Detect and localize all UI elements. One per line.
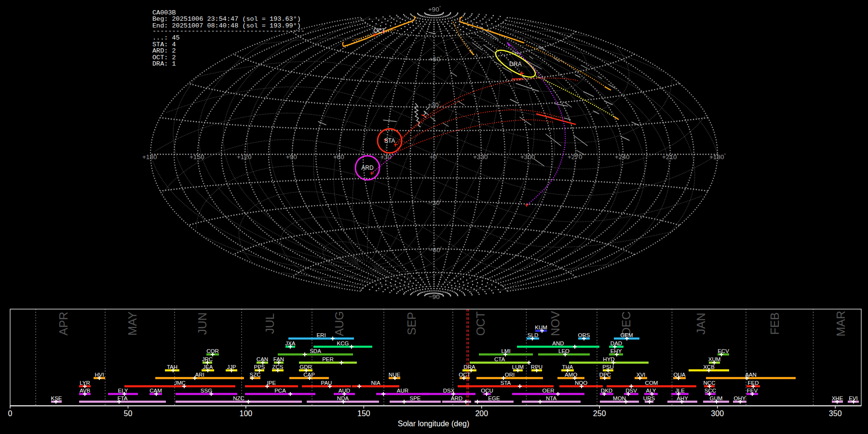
svg-text:PER: PER	[322, 356, 334, 362]
svg-text:DPC: DPC	[599, 372, 611, 378]
svg-text:−60°: −60°	[429, 246, 442, 254]
svg-text:TAH: TAH	[167, 364, 177, 370]
svg-text:ARD: ARD	[361, 164, 374, 171]
svg-text:OER: OER	[542, 388, 555, 393]
svg-text:150: 150	[357, 409, 370, 418]
svg-text:+90°: +90°	[428, 5, 441, 13]
svg-text:OCU: OCU	[481, 388, 493, 393]
svg-text:DSX: DSX	[443, 388, 455, 393]
svg-text:100: 100	[240, 409, 253, 418]
svg-text:KSE: KSE	[51, 395, 62, 401]
svg-text:DRA: DRA	[509, 61, 521, 68]
svg-text:JLE: JLE	[675, 388, 685, 393]
svg-text:−90°: −90°	[429, 293, 442, 300]
svg-text:−30°: −30°	[429, 199, 442, 206]
svg-text:SPE: SPE	[409, 395, 420, 401]
svg-text:IPE: IPE	[267, 380, 276, 386]
svg-text:FEB: FEB	[768, 312, 781, 335]
svg-text:DAD: DAD	[610, 340, 622, 346]
svg-text:MAR: MAR	[834, 311, 847, 336]
svg-text:NOO: NOO	[575, 380, 587, 386]
svg-text:GDR: GDR	[299, 364, 312, 370]
svg-text:DKD: DKD	[601, 388, 612, 393]
svg-text:+240°: +240°	[615, 153, 631, 161]
svg-text:OCT: OCT	[474, 311, 487, 336]
svg-text:AUG: AUG	[333, 311, 346, 336]
svg-text:OCT: OCT	[459, 372, 470, 378]
svg-text:+180°: +180°	[709, 153, 726, 161]
svg-text:KCG: KCG	[337, 340, 349, 346]
svg-text:+30°: +30°	[428, 101, 441, 108]
svg-text:+60°: +60°	[429, 55, 442, 63]
svg-text:+120°: +120°	[237, 153, 253, 161]
svg-text:HYD: HYD	[603, 356, 614, 362]
svg-text:CTA: CTA	[494, 356, 505, 362]
svg-text:AHY: AHY	[677, 395, 688, 401]
svg-text:SLD: SLD	[528, 332, 538, 338]
svg-text:STA: STA	[501, 380, 511, 386]
svg-text:50: 50	[124, 409, 133, 418]
svg-text:CAM: CAM	[149, 388, 162, 393]
svg-text:QUA: QUA	[674, 372, 686, 378]
svg-text:ALY: ALY	[646, 388, 656, 393]
svg-text:JAN: JAN	[694, 312, 707, 334]
svg-text:0: 0	[8, 409, 13, 418]
svg-text:OCT: OCT	[373, 27, 386, 34]
svg-text:XVI: XVI	[637, 372, 646, 378]
svg-text:SZC: SZC	[250, 372, 261, 378]
svg-text:JUL: JUL	[263, 313, 276, 334]
svg-text:+150°: +150°	[190, 153, 206, 161]
svg-text:STA: STA	[384, 137, 395, 144]
svg-text:+90°: +90°	[286, 153, 299, 161]
svg-text:EHY: EHY	[610, 348, 622, 354]
svg-text:DRA: 1: DRA: 1	[152, 60, 176, 68]
svg-text:ECV: ECV	[718, 348, 729, 354]
svg-text:GUM: GUM	[710, 395, 723, 401]
svg-text:MAY: MAY	[126, 312, 139, 336]
svg-text:SEP: SEP	[405, 312, 418, 335]
svg-text:ELY: ELY	[118, 388, 128, 393]
svg-text:SDA: SDA	[310, 348, 321, 354]
svg-text:PAU: PAU	[321, 380, 332, 386]
svg-text:AND: AND	[552, 340, 564, 346]
svg-text:+210°: +210°	[662, 153, 678, 161]
svg-text:CAN: CAN	[257, 356, 268, 362]
svg-text:+270°: +270°	[568, 153, 584, 161]
svg-text:LMI: LMI	[501, 348, 510, 354]
svg-text:NOV: NOV	[549, 311, 562, 336]
svg-text:LEO: LEO	[558, 348, 570, 354]
svg-text:ORI: ORI	[505, 372, 515, 378]
svg-text:ERI: ERI	[316, 332, 326, 338]
svg-text:250: 250	[593, 409, 606, 418]
svg-text:DSV: DSV	[625, 388, 637, 393]
svg-text:JUN: JUN	[196, 312, 209, 335]
svg-text:KUM: KUM	[535, 325, 547, 330]
svg-text:EGE: EGE	[488, 395, 500, 401]
svg-text:PCA: PCA	[274, 388, 286, 393]
svg-text:+60°: +60°	[333, 153, 346, 161]
svg-text:AUR: AUR	[397, 388, 408, 393]
svg-text:APR: APR	[57, 312, 70, 335]
svg-text:+330°: +330°	[473, 153, 489, 161]
svg-text:SCC: SCC	[705, 388, 716, 393]
svg-text:NZC: NZC	[233, 395, 244, 401]
svg-text:Solar longitude (deg): Solar longitude (deg)	[398, 420, 470, 428]
svg-text:DRA: DRA	[463, 364, 475, 370]
svg-text:COM: COM	[645, 380, 658, 386]
svg-text:200: 200	[475, 409, 488, 418]
svg-text:350: 350	[829, 409, 842, 418]
svg-text:MON: MON	[613, 395, 626, 401]
svg-text:NIA: NIA	[371, 380, 380, 386]
svg-text:SSG: SSG	[201, 388, 212, 393]
svg-text:...: 45: ...: 45	[152, 34, 180, 41]
svg-text:300: 300	[711, 409, 724, 418]
svg-text:Beg: 20251006 23:54:47 (sol =: Beg: 20251006 23:54:47 (sol = 193.63°)	[152, 15, 301, 23]
svg-text:ARI: ARI	[195, 372, 204, 378]
svg-text:ARD: ARD	[451, 395, 462, 401]
svg-text:+180°: +180°	[142, 153, 159, 161]
svg-text:AMO: AMO	[565, 372, 577, 378]
svg-text:NTA: NTA	[546, 395, 556, 401]
